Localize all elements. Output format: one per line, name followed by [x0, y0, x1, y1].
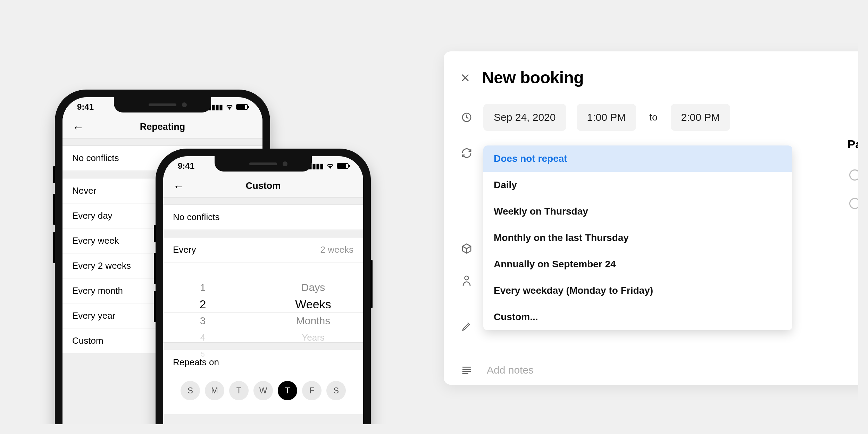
new-booking-panel: New booking Sep 24, 2020 1:00 PM to 2:00…	[444, 51, 858, 385]
payment-radio-2[interactable]	[849, 198, 858, 209]
date-chip[interactable]: Sep 24, 2020	[483, 104, 566, 131]
battery-icon	[236, 104, 248, 110]
repeat-option-daily[interactable]: Daily	[483, 172, 792, 198]
wifi-icon	[226, 104, 233, 110]
day-wed[interactable]: W	[253, 381, 273, 400]
payment-label-partial: Payn	[848, 137, 858, 151]
day-tue[interactable]: T	[229, 381, 249, 400]
repeat-option-annually[interactable]: Annually on September 24	[483, 251, 792, 277]
notes-placeholder: Add notes	[487, 364, 534, 376]
repeat-option-weekdays[interactable]: Every weekday (Monday to Friday)	[483, 277, 792, 304]
nav-title: Custom	[246, 181, 281, 191]
day-mon[interactable]: M	[205, 381, 224, 400]
person-icon	[460, 274, 473, 287]
nav-title: Repeating	[140, 122, 185, 132]
close-button[interactable]	[460, 73, 470, 83]
svg-point-1	[465, 276, 468, 280]
back-button[interactable]: ←	[72, 121, 84, 133]
repeat-option-weekly[interactable]: Weekly on Thursday	[483, 198, 792, 225]
panel-title: New booking	[482, 68, 584, 87]
repeat-option-none[interactable]: Does not repeat	[483, 145, 792, 172]
repeat-icon	[460, 147, 473, 159]
repeat-option-custom[interactable]: Custom...	[483, 304, 792, 330]
battery-icon	[337, 163, 349, 169]
datetime-row: Sep 24, 2020 1:00 PM to 2:00 PM	[460, 104, 858, 131]
payment-radio-1[interactable]	[849, 169, 858, 181]
end-time-chip[interactable]: 2:00 PM	[671, 104, 731, 131]
phone-custom: 9:41 ▮▮▮▮ ← Custom No conflicts Every	[156, 149, 371, 424]
day-fri[interactable]: F	[302, 381, 322, 400]
pencil-icon	[460, 320, 473, 333]
day-selector[interactable]: S M T W T F S	[163, 375, 363, 414]
clock-icon	[460, 111, 473, 124]
every-value: 2 weeks	[320, 244, 353, 255]
nav-bar: ← Custom	[163, 175, 363, 197]
wifi-icon	[326, 163, 334, 169]
repeat-option-monthly[interactable]: Monthly on the last Thursday	[483, 225, 792, 251]
start-time-chip[interactable]: 1:00 PM	[577, 104, 636, 131]
notes-icon	[460, 364, 473, 376]
day-sun[interactable]: S	[181, 381, 200, 400]
phone-notch	[114, 97, 211, 112]
status-time: 9:41	[77, 102, 94, 112]
package-icon	[460, 242, 473, 255]
every-label: Every	[173, 244, 196, 255]
back-button[interactable]: ←	[173, 180, 185, 192]
to-label: to	[646, 112, 660, 123]
repeat-dropdown[interactable]: Does not repeat Daily Weekly on Thursday…	[483, 145, 792, 330]
day-sat[interactable]: S	[326, 381, 346, 400]
notes-row[interactable]: Add notes	[460, 364, 534, 376]
phone-notch	[215, 156, 312, 172]
every-row[interactable]: Every 2 weeks	[163, 237, 363, 262]
status-time: 9:41	[178, 161, 194, 171]
no-conflicts-row: No conflicts	[163, 205, 363, 230]
interval-picker[interactable]: 1 2 3 4 5 Days Weeks Months Years	[163, 262, 363, 342]
day-thu[interactable]: T	[278, 381, 297, 400]
nav-bar: ← Repeating	[62, 116, 262, 138]
